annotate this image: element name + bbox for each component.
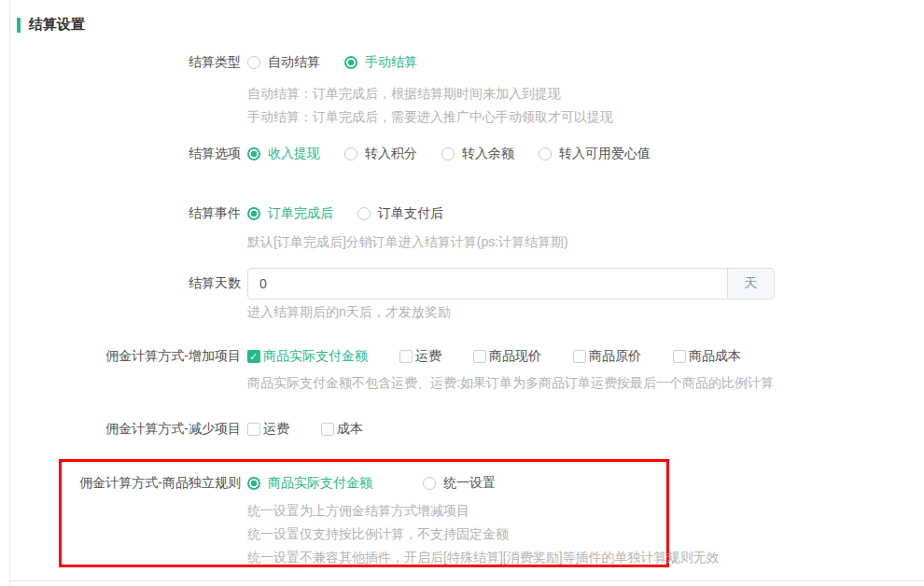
radio-circle-icon: [344, 56, 357, 69]
radio-to-points[interactable]: 转入积分: [344, 146, 417, 162]
product-rule-helper-1: 统一设置为上方佣金结算方式增减项目: [247, 499, 469, 523]
checkbox-label: 商品实际支付金额: [263, 348, 368, 365]
radio-auto-settle[interactable]: 自动结算: [247, 54, 320, 71]
commission-minus-row: 佣金计算方式-减少项目 运费 成本: [0, 420, 363, 439]
checkbox-check-icon: [247, 350, 260, 363]
radio-circle-icon: [247, 56, 260, 69]
commission-add-label: 佣金计算方式-增加项目: [0, 348, 241, 365]
checkbox-cost-minus[interactable]: 成本: [321, 421, 363, 438]
radio-label: 收入提现: [268, 146, 320, 162]
settle-event-label: 结算事件: [0, 205, 241, 222]
checkbox-product-cost[interactable]: 商品成本: [673, 348, 741, 365]
settle-type-row: 结算类型 自动结算 手动结算: [0, 53, 417, 72]
radio-order-paid[interactable]: 订单支付后: [357, 205, 443, 222]
settle-days-label: 结算天数: [0, 275, 241, 292]
checkbox-label: 商品现价: [489, 348, 541, 365]
checkbox-icon: [321, 423, 334, 436]
checkbox-icon: [473, 350, 486, 363]
radio-circle-icon: [423, 477, 436, 490]
product-rule-helper-3: 统一设置不兼容其他插件，开启后[特殊结算][消费奖励]等插件的单独计算规则无效: [247, 546, 720, 569]
radio-label: 订单支付后: [378, 205, 443, 222]
radio-product-actual-pay[interactable]: 商品实际支付金额: [247, 475, 372, 492]
settle-option-label: 结算选项: [0, 146, 241, 162]
radio-label: 手动结算: [365, 54, 417, 71]
commission-product-rule-label: 佣金计算方式-商品独立规则: [62, 475, 241, 492]
checkbox-current-price[interactable]: 商品现价: [473, 348, 541, 365]
commission-add-helper: 商品实际支付金额不包含运费、运费:如果订单为多商品订单运费按最后一个商品的比例计…: [247, 371, 774, 395]
settle-type-label: 结算类型: [0, 54, 241, 71]
radio-circle-icon: [539, 147, 552, 160]
settle-days-field: 天: [247, 268, 775, 300]
radio-circle-icon: [344, 147, 357, 160]
checkbox-label: 成本: [337, 421, 363, 438]
radio-unified-setting[interactable]: 统一设置: [423, 475, 496, 492]
commission-product-rule-row: 佣金计算方式-商品独立规则 商品实际支付金额 统一设置: [62, 474, 496, 493]
radio-circle-icon: [247, 477, 260, 490]
settle-days-input[interactable]: [248, 269, 727, 299]
radio-circle-icon: [357, 207, 371, 220]
settle-days-helper: 进入结算期后的n天后，才发放奖励: [247, 300, 451, 324]
checkbox-label: 商品成本: [689, 348, 741, 365]
panel-bottom-divider: [9, 580, 924, 581]
settle-option-row: 结算选项 收入提现 转入积分 转入余额 转入可用爱心值: [0, 145, 651, 163]
radio-circle-icon: [247, 207, 260, 220]
settle-days-unit: 天: [727, 269, 774, 299]
commission-minus-label: 佣金计算方式-减少项目: [0, 421, 241, 438]
checkbox-freight-minus[interactable]: 运费: [247, 421, 289, 438]
radio-income-withdraw[interactable]: 收入提现: [247, 146, 320, 162]
checkbox-icon: [247, 423, 260, 436]
settle-event-row: 结算事件 订单完成后 订单支付后: [0, 204, 443, 223]
radio-to-love-value[interactable]: 转入可用爱心值: [539, 146, 651, 162]
section-accent-bar: [17, 18, 21, 33]
checkbox-icon: [673, 350, 686, 363]
product-rule-helper-2: 统一设置仅支持按比例计算，不支持固定金额: [247, 523, 509, 546]
checkbox-icon: [573, 350, 586, 363]
radio-to-balance[interactable]: 转入余额: [441, 146, 514, 162]
radio-label: 订单完成后: [268, 205, 333, 222]
commission-add-row: 佣金计算方式-增加项目 商品实际支付金额 运费 商品现价 商品原价 商品成本: [0, 347, 741, 366]
radio-label: 商品实际支付金额: [268, 475, 372, 492]
settle-type-helper-1: 自动结算：订单完成后，根据结算期时间来加入到提现: [247, 82, 561, 105]
section-title-text: 结算设置: [29, 16, 85, 34]
panel-left-divider: [9, 0, 10, 586]
checkbox-label: 商品原价: [589, 348, 641, 365]
radio-label: 统一设置: [443, 475, 496, 492]
checkbox-actual-pay-amount[interactable]: 商品实际支付金额: [247, 348, 368, 365]
radio-label: 自动结算: [268, 54, 320, 71]
checkbox-label: 运费: [415, 348, 441, 365]
highlight-annotation-box: 佣金计算方式-商品独立规则 商品实际支付金额 统一设置 统一设置为上方佣金结算方…: [59, 459, 669, 567]
checkbox-freight-add[interactable]: 运费: [399, 348, 441, 365]
radio-label: 转入余额: [462, 146, 514, 162]
settle-days-row: 结算天数: [0, 274, 241, 293]
settle-event-helper: 默认[订单完成后]分销订单进入结算计算(ps:计算结算期): [247, 230, 568, 254]
section-title: 结算设置: [17, 16, 85, 34]
radio-label: 转入积分: [365, 146, 417, 162]
checkbox-original-price[interactable]: 商品原价: [573, 348, 641, 365]
radio-order-completed[interactable]: 订单完成后: [247, 205, 333, 222]
radio-circle-icon: [441, 147, 455, 160]
checkbox-label: 运费: [263, 421, 289, 438]
radio-manual-settle[interactable]: 手动结算: [344, 54, 417, 71]
settle-type-helper-2: 手动结算：订单完成后，需要进入推广中心手动领取才可以提现: [247, 105, 613, 129]
radio-label: 转入可用爱心值: [559, 146, 651, 162]
checkbox-icon: [399, 350, 413, 363]
radio-circle-icon: [247, 147, 260, 160]
